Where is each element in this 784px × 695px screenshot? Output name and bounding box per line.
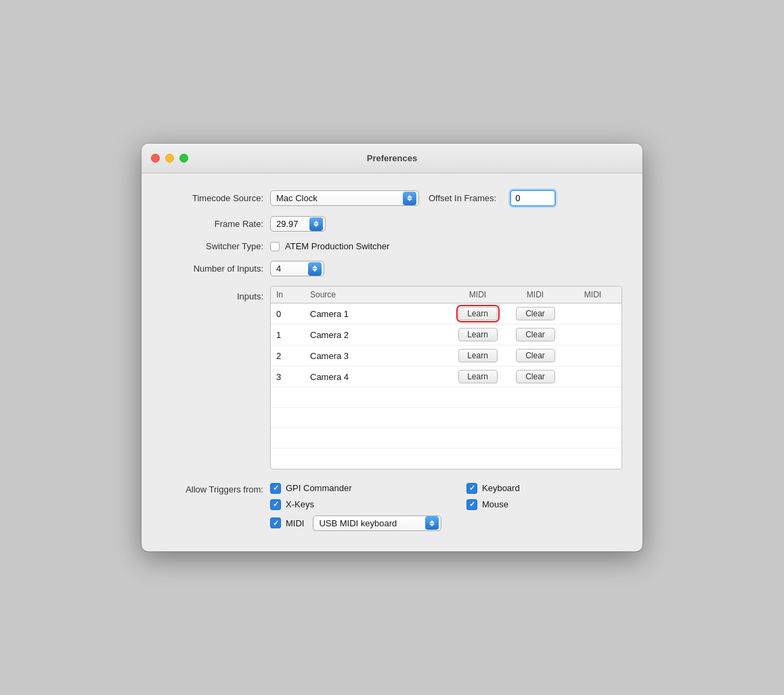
row-index: 1 [271, 324, 305, 345]
inputs-table: In Source MIDI MIDI MIDI 0 Camera 1 [271, 287, 622, 469]
row-extra-cell [564, 366, 622, 387]
mouse-checkbox[interactable] [466, 499, 477, 510]
xkeys-label: X-Keys [286, 499, 314, 509]
col-header-source: Source [305, 287, 449, 303]
table-row: 0 Camera 1 Learn Clear [271, 303, 622, 324]
learn-button-0[interactable]: Learn [458, 307, 498, 320]
switcher-type-row: Switcher Type: ATEM Production Switcher [162, 241, 622, 251]
row-clear-cell: Clear [506, 324, 564, 345]
col-header-midi-3: MIDI [564, 287, 622, 303]
triggers-grid: GPI Commander Keyboard X-Keys [270, 483, 615, 531]
empty-row [271, 428, 622, 448]
maximize-button[interactable] [179, 154, 188, 163]
frame-rate-select-wrapper: 23.976 24 25 29.97 30 50 59.94 60 [270, 216, 326, 232]
minimize-button[interactable] [165, 154, 174, 163]
row-clear-cell: Clear [506, 345, 564, 366]
table-row: 1 Camera 2 Learn Clear [271, 324, 622, 345]
keyboard-label: Keyboard [482, 483, 520, 493]
frame-rate-select[interactable]: 23.976 24 25 29.97 30 50 59.94 60 [270, 216, 326, 232]
row-learn-cell: Learn [449, 345, 506, 366]
row-learn-cell: Learn [449, 303, 506, 324]
trigger-item-mouse: Mouse [466, 499, 615, 510]
row-learn-cell: Learn [449, 366, 506, 387]
col-header-midi-1: MIDI [449, 287, 506, 303]
triggers-label: Allow Triggers from: [162, 483, 270, 494]
col-header-midi-2: MIDI [506, 287, 564, 303]
frame-rate-row: Frame Rate: 23.976 24 25 29.97 30 50 59.… [162, 216, 622, 232]
table-header-row: In Source MIDI MIDI MIDI [271, 287, 622, 303]
timecode-source-select-wrapper: Mac Clock LTC MTC [270, 190, 419, 206]
xkeys-checkbox[interactable] [270, 499, 281, 510]
row-source: Camera 4 [305, 366, 449, 387]
timecode-source-label: Timecode Source: [162, 193, 270, 203]
timecode-source-row: Timecode Source: Mac Clock LTC MTC Offse… [162, 190, 622, 207]
frame-rate-label: Frame Rate: [162, 219, 270, 229]
learn-button-3[interactable]: Learn [458, 370, 498, 383]
row-clear-cell: Clear [506, 366, 564, 387]
col-header-in: In [271, 287, 305, 303]
triggers-section: Allow Triggers from: GPI Commander Keybo… [162, 483, 622, 531]
midi-checkbox[interactable] [270, 518, 281, 528]
inputs-table-wrapper: In Source MIDI MIDI MIDI 0 Camera 1 [270, 286, 622, 469]
clear-button-1[interactable]: Clear [516, 328, 555, 341]
midi-device-select-wrapper: USB MIDI keyboard None [313, 515, 441, 531]
row-index: 3 [271, 366, 305, 387]
offset-label: Offset In Frames: [429, 193, 496, 203]
row-index: 0 [271, 303, 305, 324]
trigger-item-keyboard: Keyboard [466, 483, 615, 494]
switcher-type-checkbox-row: ATEM Production Switcher [270, 241, 389, 251]
row-source: Camera 1 [305, 303, 449, 324]
num-inputs-select-wrapper: 1 2 3 4 5 6 7 8 [270, 261, 324, 276]
empty-row [271, 408, 622, 428]
table-row: 2 Camera 3 Learn Clear [271, 345, 622, 366]
timecode-source-select[interactable]: Mac Clock LTC MTC [270, 190, 419, 206]
traffic-lights [151, 154, 188, 163]
trigger-item-xkeys: X-Keys [270, 499, 446, 510]
row-learn-cell: Learn [449, 324, 506, 345]
clear-button-0[interactable]: Clear [516, 307, 555, 320]
gpi-commander-label: GPI Commander [286, 483, 352, 493]
row-extra-cell [564, 303, 622, 324]
switcher-type-value: ATEM Production Switcher [285, 241, 389, 251]
keyboard-checkbox[interactable] [466, 483, 477, 494]
row-extra-cell [564, 345, 622, 366]
inputs-table-body: 0 Camera 1 Learn Clear 1 [271, 303, 622, 469]
empty-row [271, 387, 622, 408]
clear-button-2[interactable]: Clear [516, 349, 555, 362]
switcher-type-checkbox[interactable] [270, 242, 280, 251]
inputs-label: Inputs: [162, 286, 270, 469]
num-inputs-label: Number of Inputs: [162, 264, 270, 274]
content-area: Timecode Source: Mac Clock LTC MTC Offse… [141, 173, 643, 551]
row-source: Camera 2 [305, 324, 449, 345]
trigger-item-gpi: GPI Commander [270, 483, 446, 494]
gpi-commander-checkbox[interactable] [270, 483, 281, 494]
mouse-label: Mouse [482, 499, 508, 509]
window-title: Preferences [367, 153, 417, 163]
table-row: 3 Camera 4 Learn Clear [271, 366, 622, 387]
titlebar: Preferences [141, 144, 643, 173]
preferences-window: Preferences Timecode Source: Mac Clock L… [141, 144, 643, 551]
row-extra-cell [564, 324, 622, 345]
row-clear-cell: Clear [506, 303, 564, 324]
offset-input[interactable] [510, 190, 556, 207]
num-inputs-select[interactable]: 1 2 3 4 5 6 7 8 [270, 261, 324, 276]
learn-button-2[interactable]: Learn [458, 349, 498, 362]
switcher-type-label: Switcher Type: [162, 241, 270, 251]
triggers-controls: GPI Commander Keyboard X-Keys [270, 483, 615, 531]
num-inputs-row: Number of Inputs: 1 2 3 4 5 6 7 8 [162, 261, 622, 276]
midi-device-select[interactable]: USB MIDI keyboard None [313, 515, 441, 531]
learn-button-1[interactable]: Learn [458, 328, 498, 341]
timecode-source-controls: Mac Clock LTC MTC Offset In Frames: [270, 190, 556, 207]
row-source: Camera 3 [305, 345, 449, 366]
midi-label: MIDI [286, 518, 304, 528]
row-index: 2 [271, 345, 305, 366]
empty-row [271, 448, 622, 469]
close-button[interactable] [151, 154, 160, 163]
inputs-section: Inputs: In Source MIDI MIDI MIDI [162, 286, 622, 469]
clear-button-3[interactable]: Clear [516, 370, 555, 383]
trigger-item-midi: MIDI USB MIDI keyboard None [270, 515, 446, 531]
